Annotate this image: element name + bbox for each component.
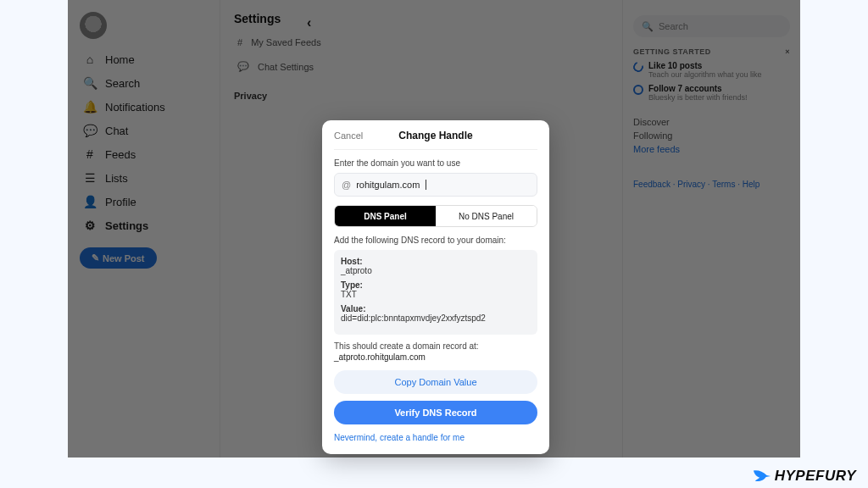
dns-type-value: TXT <box>341 290 357 299</box>
dns-value-label: Value: <box>341 304 531 313</box>
verify-dns-record-button[interactable]: Verify DNS Record <box>334 401 537 424</box>
at-icon: @ <box>342 180 351 190</box>
tab-no-dns-panel[interactable]: No DNS Panel <box>436 206 537 226</box>
copy-domain-value-button[interactable]: Copy Domain Value <box>334 370 537 394</box>
domain-input-label: Enter the domain you want to use <box>334 158 537 168</box>
dns-type-label: Type: <box>341 280 531 290</box>
dns-record-label: Add the following DNS record to your dom… <box>334 236 537 245</box>
panel-segmented-control: DNS Panel No DNS Panel <box>334 205 537 227</box>
domain-input-value: rohitgulam.com <box>356 180 420 190</box>
cancel-button[interactable]: Cancel <box>334 130 363 141</box>
domain-input[interactable]: @ rohitgulam.com <box>334 173 537 197</box>
record-at-value: _atproto.rohitgulam.com <box>334 352 537 362</box>
dns-host-label: Host: <box>341 257 531 266</box>
hypefury-brand: HYPEFURY <box>753 468 856 485</box>
dns-record-box: Host:_atproto Type:TXT Value:did=did:plc… <box>334 250 537 335</box>
dns-value-value: did=did:plc:bnntapxmvdjey2xxfyztspd2 <box>341 313 486 323</box>
hypefury-logo-icon <box>753 469 771 484</box>
hypefury-brand-text: HYPEFURY <box>775 468 856 485</box>
create-handle-link[interactable]: Nevermind, create a handle for me <box>334 433 537 442</box>
text-cursor <box>426 180 426 190</box>
tab-dns-panel[interactable]: DNS Panel <box>335 206 436 226</box>
should-create-text: This should create a domain record at: <box>334 341 537 351</box>
change-handle-modal: Cancel Change Handle Enter the domain yo… <box>322 120 549 454</box>
dns-host-value: _atproto <box>341 266 372 275</box>
